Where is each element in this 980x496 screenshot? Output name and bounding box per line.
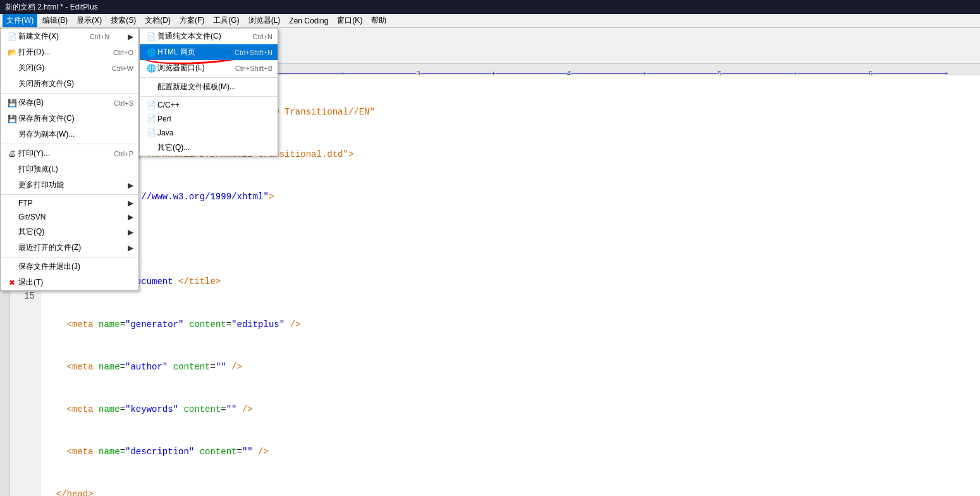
- submenu-cpp[interactable]: 📄 C/C++: [140, 98, 278, 112]
- menu-item-printpreview[interactable]: 打印预览(L): [1, 161, 138, 177]
- submenu-sep2: [140, 96, 278, 97]
- submenu-sep1: [140, 77, 278, 78]
- code-line: </head>: [46, 487, 975, 496]
- code-line: <meta name="keywords" content="" />: [46, 402, 975, 416]
- submenu-arrow-new: ▶: [128, 32, 133, 41]
- title-text: 新的文档 2.html * - EditPlus: [5, 2, 98, 13]
- menu-item-save[interactable]: 💾 保存(B) Ctrl+S: [1, 95, 138, 111]
- separator-4: [1, 257, 138, 257]
- submenu-java[interactable]: 📄 Java: [140, 126, 278, 140]
- menu-item-exit[interactable]: ✖ 退出(T): [1, 275, 138, 290]
- open-icon: 📂: [6, 48, 18, 57]
- submenu-config[interactable]: 配置新建文件模板(M)...: [140, 79, 278, 95]
- separator-1: [1, 93, 138, 94]
- menu-browser[interactable]: 浏览器(L): [245, 14, 285, 27]
- submenu-perl[interactable]: 📄 Perl: [140, 112, 278, 126]
- browser-icon: 🌐: [145, 64, 157, 73]
- menu-view[interactable]: 显示(X): [73, 14, 106, 27]
- new-icon: 📄: [6, 32, 18, 41]
- menu-item-gitsvn[interactable]: Git/SVN ▶: [1, 210, 138, 224]
- saveall-icon: 💾: [6, 115, 18, 123]
- recent-arrow: ▶: [128, 244, 133, 252]
- java-icon: 📄: [145, 128, 157, 137]
- menu-file[interactable]: 文件(W): [3, 14, 37, 27]
- menu-item-saveas[interactable]: 另存为副本(W)...: [1, 127, 138, 142]
- code-line: <meta name="generator" content="editplus…: [46, 318, 975, 332]
- menu-project[interactable]: 方案(F): [176, 14, 208, 27]
- separator-3: [1, 194, 138, 195]
- menu-item-closeall[interactable]: 关闭所有文件(S): [1, 76, 138, 92]
- title-bar: 新的文档 2.html * - EditPlus: [0, 0, 980, 14]
- submenu-plaintext[interactable]: 📄 普通纯文本文件(C) Ctrl+N: [140, 28, 278, 44]
- menu-item-saveclose[interactable]: 保存文件并退出(J): [1, 259, 138, 275]
- file-dropdown: 📄 新建文件(X) Ctrl+N ▶ 📂 打开(D)... Ctrl+O 关闭(…: [0, 28, 139, 291]
- menu-item-ftp[interactable]: FTP ▶: [1, 196, 138, 210]
- ftp-arrow: ▶: [128, 199, 133, 208]
- menu-edit[interactable]: 编辑(B): [39, 14, 71, 27]
- menu-document[interactable]: 文档(D): [141, 14, 175, 27]
- cpp-icon: 📄: [145, 101, 157, 109]
- menu-search[interactable]: 搜索(S): [107, 14, 140, 27]
- submenu-html[interactable]: 🌐 HTML 网页 Ctrl+Shift+N: [140, 44, 278, 60]
- menu-item-new[interactable]: 📄 新建文件(X) Ctrl+N ▶: [1, 28, 138, 44]
- separator-2: [1, 144, 138, 144]
- other-arrow: ▶: [128, 228, 133, 237]
- plaintext-icon: 📄: [145, 32, 157, 41]
- menu-item-moreprint[interactable]: 更多打印功能 ▶: [1, 177, 138, 193]
- menu-item-print[interactable]: 🖨 打印(Y)... Ctrl+P: [1, 146, 138, 161]
- menu-item-saveall[interactable]: 💾 保存所有文件(C): [1, 111, 138, 127]
- gitsvn-arrow: ▶: [128, 213, 133, 221]
- perl-icon: 📄: [145, 115, 157, 123]
- menu-help[interactable]: 帮助: [367, 14, 390, 27]
- menu-tools[interactable]: 工具(G): [209, 14, 243, 27]
- menu-item-open[interactable]: 📂 打开(D)... Ctrl+O: [1, 44, 138, 60]
- code-line: <meta name="description" content="" />: [46, 445, 975, 459]
- print-icon: 🖨: [6, 149, 18, 158]
- menu-item-other[interactable]: 其它(Q) ▶: [1, 224, 138, 240]
- menu-window[interactable]: 窗口(K): [333, 14, 366, 27]
- submenu-other[interactable]: 其它(Q)...: [140, 140, 278, 156]
- menu-bar: 文件(W) 编辑(B) 显示(X) 搜索(S) 文档(D) 方案(F) 工具(G…: [0, 14, 980, 28]
- exit-icon: ✖: [6, 278, 18, 287]
- menu-zencoding[interactable]: Zen Coding: [285, 15, 332, 27]
- code-line: <meta name="author" content="" />: [46, 360, 975, 374]
- menu-item-close[interactable]: 关闭(G) Ctrl+W: [1, 60, 138, 76]
- file-menu-dropdown: 📄 新建文件(X) Ctrl+N ▶ 📂 打开(D)... Ctrl+O 关闭(…: [0, 28, 278, 291]
- new-submenu: 📄 普通纯文本文件(C) Ctrl+N 🌐 HTML 网页 Ctrl+Shift…: [139, 28, 278, 156]
- menu-item-recent[interactable]: 最近打开的文件(Z) ▶: [1, 240, 138, 256]
- moreprint-arrow: ▶: [128, 181, 133, 190]
- html-icon: 🌐: [145, 48, 157, 57]
- save-icon: 💾: [6, 99, 18, 108]
- submenu-browser[interactable]: 🌐 浏览器窗口(L) Ctrl+Shift+B: [140, 60, 278, 76]
